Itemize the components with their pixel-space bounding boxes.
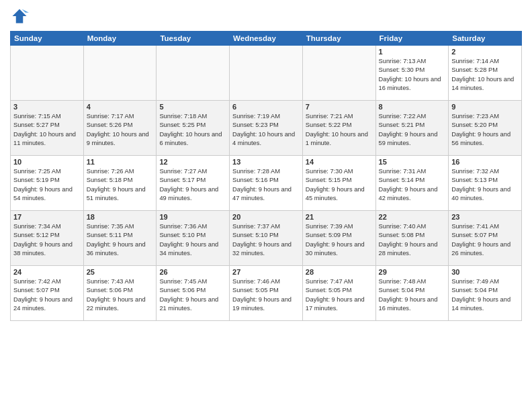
day-number: 16	[451, 158, 519, 166]
day-number: 3	[13, 103, 81, 111]
day-cell: 24Sunrise: 7:42 AM Sunset: 5:07 PM Dayli…	[11, 266, 84, 321]
day-info: Sunrise: 7:27 AM Sunset: 5:17 PM Dayligh…	[159, 167, 226, 203]
day-info: Sunrise: 7:45 AM Sunset: 5:06 PM Dayligh…	[159, 277, 226, 314]
day-number: 1	[379, 48, 446, 56]
day-cell: 1Sunrise: 7:13 AM Sunset: 5:30 PM Daylig…	[375, 46, 449, 101]
day-header-monday: Monday	[83, 32, 157, 46]
day-number: 7	[306, 103, 373, 111]
day-info: Sunrise: 7:46 AM Sunset: 5:05 PM Dayligh…	[232, 277, 300, 314]
day-cell: 26Sunrise: 7:45 AM Sunset: 5:06 PM Dayli…	[157, 266, 230, 321]
day-number: 21	[306, 213, 373, 221]
day-cell: 14Sunrise: 7:30 AM Sunset: 5:15 PM Dayli…	[302, 156, 375, 211]
day-cell: 25Sunrise: 7:43 AM Sunset: 5:06 PM Dayli…	[83, 266, 157, 321]
day-number: 13	[232, 158, 300, 166]
day-header-tuesday: Tuesday	[157, 32, 230, 46]
day-info: Sunrise: 7:31 AM Sunset: 5:14 PM Dayligh…	[379, 167, 446, 203]
day-info: Sunrise: 7:47 AM Sunset: 5:05 PM Dayligh…	[306, 277, 373, 314]
day-info: Sunrise: 7:40 AM Sunset: 5:08 PM Dayligh…	[379, 222, 446, 259]
week-row-2: 3Sunrise: 7:15 AM Sunset: 5:27 PM Daylig…	[11, 101, 522, 156]
day-info: Sunrise: 7:43 AM Sunset: 5:06 PM Dayligh…	[87, 277, 154, 314]
day-cell: 16Sunrise: 7:32 AM Sunset: 5:13 PM Dayli…	[449, 156, 522, 211]
day-info: Sunrise: 7:18 AM Sunset: 5:25 PM Dayligh…	[159, 112, 226, 148]
day-info: Sunrise: 7:23 AM Sunset: 5:20 PM Dayligh…	[451, 112, 519, 148]
logo-icon	[10, 7, 29, 26]
day-number: 15	[379, 158, 446, 166]
week-row-5: 24Sunrise: 7:42 AM Sunset: 5:07 PM Dayli…	[11, 266, 522, 321]
day-cell	[302, 46, 375, 101]
day-cell: 6Sunrise: 7:19 AM Sunset: 5:23 PM Daylig…	[230, 101, 303, 156]
day-cell: 19Sunrise: 7:36 AM Sunset: 5:10 PM Dayli…	[157, 211, 230, 266]
day-cell	[157, 46, 230, 101]
day-number: 11	[87, 158, 154, 166]
day-cell: 4Sunrise: 7:17 AM Sunset: 5:26 PM Daylig…	[83, 101, 157, 156]
day-cell: 7Sunrise: 7:21 AM Sunset: 5:22 PM Daylig…	[302, 101, 375, 156]
week-row-3: 10Sunrise: 7:25 AM Sunset: 5:19 PM Dayli…	[11, 156, 522, 211]
day-info: Sunrise: 7:13 AM Sunset: 5:30 PM Dayligh…	[379, 57, 446, 93]
day-info: Sunrise: 7:30 AM Sunset: 5:15 PM Dayligh…	[306, 167, 373, 203]
day-number: 22	[379, 213, 446, 221]
day-info: Sunrise: 7:41 AM Sunset: 5:07 PM Dayligh…	[451, 222, 519, 259]
header	[10, 7, 522, 26]
day-cell: 2Sunrise: 7:14 AM Sunset: 5:28 PM Daylig…	[449, 46, 522, 101]
day-cell: 30Sunrise: 7:49 AM Sunset: 5:04 PM Dayli…	[449, 266, 522, 321]
day-cell: 18Sunrise: 7:35 AM Sunset: 5:11 PM Dayli…	[83, 211, 157, 266]
day-info: Sunrise: 7:17 AM Sunset: 5:26 PM Dayligh…	[87, 112, 154, 148]
day-info: Sunrise: 7:15 AM Sunset: 5:27 PM Dayligh…	[13, 112, 81, 148]
day-cell: 22Sunrise: 7:40 AM Sunset: 5:08 PM Dayli…	[375, 211, 449, 266]
day-header-saturday: Saturday	[449, 32, 522, 46]
day-cell: 27Sunrise: 7:46 AM Sunset: 5:05 PM Dayli…	[230, 266, 303, 321]
day-number: 4	[87, 103, 154, 111]
day-info: Sunrise: 7:32 AM Sunset: 5:13 PM Dayligh…	[451, 167, 519, 203]
day-number: 8	[379, 103, 446, 111]
day-info: Sunrise: 7:37 AM Sunset: 5:10 PM Dayligh…	[232, 222, 300, 259]
day-info: Sunrise: 7:28 AM Sunset: 5:16 PM Dayligh…	[232, 167, 300, 203]
day-info: Sunrise: 7:42 AM Sunset: 5:07 PM Dayligh…	[13, 277, 81, 314]
day-number: 30	[451, 268, 519, 276]
day-cell: 29Sunrise: 7:48 AM Sunset: 5:04 PM Dayli…	[375, 266, 449, 321]
day-cell: 17Sunrise: 7:34 AM Sunset: 5:12 PM Dayli…	[11, 211, 84, 266]
calendar: SundayMondayTuesdayWednesdayThursdayFrid…	[10, 31, 522, 321]
day-info: Sunrise: 7:48 AM Sunset: 5:04 PM Dayligh…	[379, 277, 446, 314]
day-cell: 12Sunrise: 7:27 AM Sunset: 5:17 PM Dayli…	[157, 156, 230, 211]
week-row-1: 1Sunrise: 7:13 AM Sunset: 5:30 PM Daylig…	[11, 46, 522, 101]
day-cell: 23Sunrise: 7:41 AM Sunset: 5:07 PM Dayli…	[449, 211, 522, 266]
day-number: 27	[232, 268, 300, 276]
day-number: 26	[159, 268, 226, 276]
day-cell	[230, 46, 303, 101]
day-number: 9	[451, 103, 519, 111]
day-header-thursday: Thursday	[302, 32, 375, 46]
day-number: 29	[379, 268, 446, 276]
day-number: 25	[87, 268, 154, 276]
day-cell: 5Sunrise: 7:18 AM Sunset: 5:25 PM Daylig…	[157, 101, 230, 156]
day-number: 18	[87, 213, 154, 221]
day-number: 24	[13, 268, 81, 276]
logo	[10, 7, 32, 26]
day-cell: 13Sunrise: 7:28 AM Sunset: 5:16 PM Dayli…	[230, 156, 303, 211]
day-info: Sunrise: 7:39 AM Sunset: 5:09 PM Dayligh…	[306, 222, 373, 259]
calendar-header-row: SundayMondayTuesdayWednesdayThursdayFrid…	[11, 32, 522, 46]
svg-marker-1	[22, 9, 30, 13]
day-cell: 20Sunrise: 7:37 AM Sunset: 5:10 PM Dayli…	[230, 211, 303, 266]
day-cell: 8Sunrise: 7:22 AM Sunset: 5:21 PM Daylig…	[375, 101, 449, 156]
day-number: 6	[232, 103, 300, 111]
day-cell: 15Sunrise: 7:31 AM Sunset: 5:14 PM Dayli…	[375, 156, 449, 211]
day-number: 17	[13, 213, 81, 221]
page: SundayMondayTuesdayWednesdayThursdayFrid…	[0, 0, 532, 411]
day-header-sunday: Sunday	[11, 32, 84, 46]
day-info: Sunrise: 7:35 AM Sunset: 5:11 PM Dayligh…	[87, 222, 154, 259]
day-number: 10	[13, 158, 81, 166]
day-info: Sunrise: 7:36 AM Sunset: 5:10 PM Dayligh…	[159, 222, 226, 259]
day-header-friday: Friday	[375, 32, 449, 46]
day-number: 5	[159, 103, 226, 111]
day-cell: 3Sunrise: 7:15 AM Sunset: 5:27 PM Daylig…	[11, 101, 84, 156]
day-cell	[11, 46, 84, 101]
day-header-wednesday: Wednesday	[230, 32, 303, 46]
day-number: 23	[451, 213, 519, 221]
day-cell: 9Sunrise: 7:23 AM Sunset: 5:20 PM Daylig…	[449, 101, 522, 156]
day-info: Sunrise: 7:22 AM Sunset: 5:21 PM Dayligh…	[379, 112, 446, 148]
day-number: 28	[306, 268, 373, 276]
day-info: Sunrise: 7:49 AM Sunset: 5:04 PM Dayligh…	[451, 277, 519, 314]
day-info: Sunrise: 7:19 AM Sunset: 5:23 PM Dayligh…	[232, 112, 300, 148]
week-row-4: 17Sunrise: 7:34 AM Sunset: 5:12 PM Dayli…	[11, 211, 522, 266]
day-number: 12	[159, 158, 226, 166]
